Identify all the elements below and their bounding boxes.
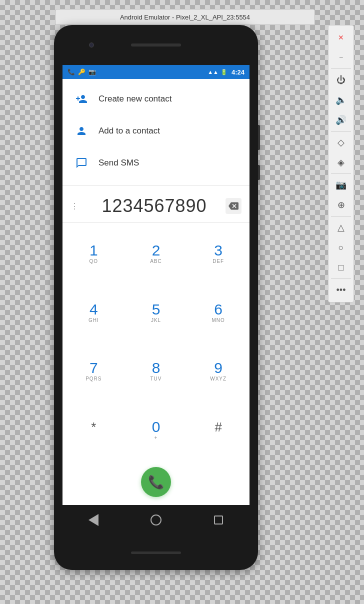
volume-down-button[interactable]: 🔈 xyxy=(330,90,352,110)
call-icon: 📞 xyxy=(148,474,164,490)
delete-button[interactable] xyxy=(226,198,242,214)
key-7-letters: PQRS xyxy=(86,376,102,383)
key-1-digit: 1 xyxy=(90,243,98,258)
phone-top xyxy=(54,25,258,65)
back-icon xyxy=(88,514,98,526)
nav-back-button[interactable] xyxy=(84,510,104,530)
square-nav-button[interactable]: □ xyxy=(330,258,352,278)
zoom-in-button[interactable]: ⊕ xyxy=(330,195,352,215)
key-2-digit: 2 xyxy=(152,243,160,258)
side-toolbar: ✕ − ⏻ 🔈 🔊 ◇ ◈ 📷 ⊕ △ ○ □ ••• xyxy=(328,25,354,302)
rotate2-button[interactable]: ◈ xyxy=(330,152,352,172)
nav-home-button[interactable] xyxy=(146,510,166,530)
power-button[interactable]: ⏻ xyxy=(330,70,352,90)
key-star-digit: * xyxy=(91,420,96,434)
title-bar-text: Android Emulator - Pixel_2_XL_API_23:555… xyxy=(120,14,250,21)
number-display: ⋮ 1234567890 xyxy=(62,188,250,223)
key-6[interactable]: 6 MNO xyxy=(187,284,250,343)
phone-bottom xyxy=(54,535,258,570)
power-right-button xyxy=(258,165,260,180)
key-2-letters: ABC xyxy=(150,258,162,266)
key-2[interactable]: 2 ABC xyxy=(125,225,188,284)
key-9[interactable]: 9 WXYZ xyxy=(187,342,250,402)
key-1[interactable]: 1 QO xyxy=(62,225,125,284)
toolbar-divider-1 xyxy=(331,68,351,69)
add-contact-item[interactable]: Add to a contact xyxy=(62,115,250,147)
menu-section: Create new contact Add to a contact Send… xyxy=(62,79,250,183)
battery-icon: 🔋 xyxy=(220,69,228,76)
bottom-nav xyxy=(62,505,250,535)
volume-right-button xyxy=(258,125,260,150)
status-time: 4:24 xyxy=(232,68,244,76)
key-9-digit: 9 xyxy=(214,360,222,376)
send-sms-label: Send SMS xyxy=(98,158,139,168)
rotate1-button[interactable]: ◇ xyxy=(330,132,352,152)
phone-camera xyxy=(89,42,94,48)
key-4-digit: 4 xyxy=(90,302,98,317)
toolbar-divider-2 xyxy=(331,131,351,132)
key-8-letters: TUV xyxy=(150,376,162,383)
camera-icon: 📷 xyxy=(88,68,96,76)
key-3-letters: DEF xyxy=(212,258,224,266)
key-9-letters: WXYZ xyxy=(210,376,226,383)
key-8[interactable]: 8 TUV xyxy=(125,342,188,402)
phone-device: 📞 🔑 📷 ▲▲ 🔋 4:24 Create new contact xyxy=(54,25,258,570)
nav-recents-button[interactable] xyxy=(208,510,228,530)
status-icons-right: ▲▲ 🔋 4:24 xyxy=(208,68,244,76)
call-area: 📞 xyxy=(62,462,250,505)
sim-icon: 🔑 xyxy=(78,68,86,76)
recents-icon xyxy=(214,516,223,524)
toolbar-divider-5 xyxy=(331,278,351,279)
volume-up-button[interactable]: 🔊 xyxy=(330,110,352,130)
phone-speaker xyxy=(131,44,181,46)
close-button[interactable]: ✕ xyxy=(330,28,352,48)
keypad: 1 QO 2 ABC 3 DEF 4 GHI 5 JKL xyxy=(62,223,250,462)
home-icon xyxy=(150,514,162,526)
phone-screen: 📞 🔑 📷 ▲▲ 🔋 4:24 Create new contact xyxy=(62,65,250,535)
key-0-digit: 0 xyxy=(152,420,160,434)
title-bar: Android Emulator - Pixel_2_XL_API_23:555… xyxy=(55,9,315,25)
minimize-button[interactable]: − xyxy=(330,48,352,68)
dots-icon: ⋮ xyxy=(70,202,78,211)
key-4[interactable]: 4 GHI xyxy=(62,284,125,343)
dialed-number: 1234567890 xyxy=(83,196,226,216)
key-6-digit: 6 xyxy=(214,302,222,317)
add-contact-icon xyxy=(74,124,88,138)
home-indicator xyxy=(131,552,181,554)
add-contact-label: Add to a contact xyxy=(98,126,160,136)
key-8-digit: 8 xyxy=(152,360,160,376)
back-nav-button[interactable]: △ xyxy=(330,218,352,238)
key-hash[interactable]: # xyxy=(187,402,250,460)
screenshot-button[interactable]: 📷 xyxy=(330,175,352,195)
send-sms-item[interactable]: Send SMS xyxy=(62,147,250,179)
key-7-digit: 7 xyxy=(90,360,98,376)
status-icons-left: 📞 🔑 📷 xyxy=(68,68,96,76)
section-divider xyxy=(62,185,250,186)
create-contact-label: Create new contact xyxy=(98,94,172,104)
key-4-letters: GHI xyxy=(88,318,99,324)
key-0[interactable]: 0 + xyxy=(125,402,188,460)
call-button[interactable]: 📞 xyxy=(141,467,171,497)
more-options-button[interactable]: ••• xyxy=(330,280,352,300)
key-0-letters: + xyxy=(154,435,158,442)
create-contact-item[interactable]: Create new contact xyxy=(62,83,250,115)
dialer-section: ⋮ 1234567890 1 QO 2 ABC xyxy=(62,188,250,505)
key-3-digit: 3 xyxy=(214,243,222,258)
key-1-letters: QO xyxy=(90,258,98,266)
key-7[interactable]: 7 PQRS xyxy=(62,342,125,402)
key-hash-digit: # xyxy=(214,420,222,434)
send-sms-icon xyxy=(74,156,88,170)
home-nav-button[interactable]: ○ xyxy=(330,238,352,258)
status-bar: 📞 🔑 📷 ▲▲ 🔋 4:24 xyxy=(62,65,250,79)
key-5[interactable]: 5 JKL xyxy=(125,284,188,343)
signal-icon: ▲▲ xyxy=(208,69,218,75)
toolbar-divider-4 xyxy=(331,216,351,216)
toolbar-divider-3 xyxy=(331,174,351,174)
key-3[interactable]: 3 DEF xyxy=(187,225,250,284)
key-5-letters: JKL xyxy=(151,318,161,324)
key-6-letters: MNO xyxy=(212,318,224,324)
create-contact-icon xyxy=(74,92,88,106)
phone-icon: 📞 xyxy=(68,68,75,76)
key-star[interactable]: * xyxy=(62,402,125,460)
key-5-digit: 5 xyxy=(152,302,160,317)
